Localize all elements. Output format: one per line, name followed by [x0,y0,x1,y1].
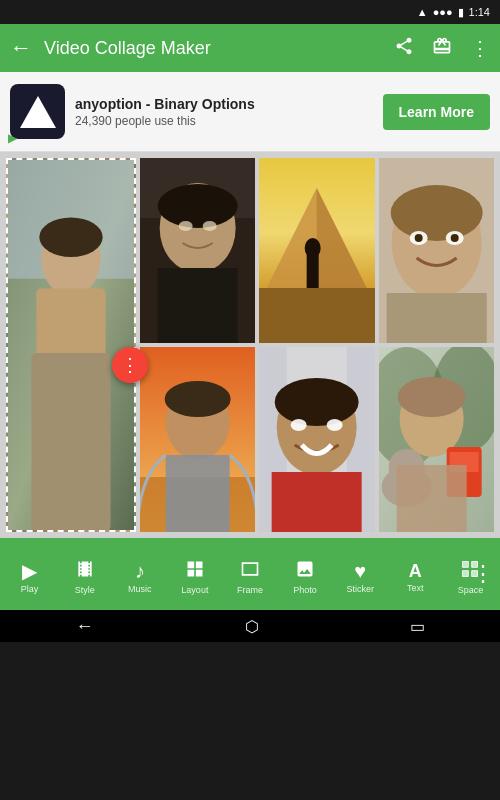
photo-button[interactable]: Photo [278,559,333,595]
sticker-icon: ♥ [354,561,366,581]
gift-icon[interactable] [432,36,452,61]
bottom-overflow-icon[interactable]: ⋮ [472,561,494,587]
svg-point-25 [414,234,422,242]
svg-rect-16 [259,288,374,343]
svg-point-39 [327,419,343,431]
top-toolbar: ← Video Collage Maker ⋮ [0,24,500,72]
status-icons: ▲ ●●● ▮ 1:14 [417,6,490,19]
nav-recent-icon[interactable]: ▭ [410,617,425,636]
ad-title: anyoption - Binary Options [75,96,373,112]
time-display: 1:14 [469,6,490,18]
play-button[interactable]: ▶ Play [2,561,57,594]
svg-point-22 [390,185,482,241]
photo-icon [295,559,315,582]
ad-subtitle: 24,390 people use this [75,114,373,128]
status-bar: ▲ ●●● ▮ 1:14 [0,0,500,24]
svg-point-26 [450,234,458,242]
text-icon: A [409,562,422,580]
svg-rect-50 [396,465,466,532]
text-button[interactable]: A Text [388,562,443,593]
collage-cell-1[interactable] [6,158,136,532]
svg-rect-40 [272,472,362,532]
svg-rect-5 [31,353,110,530]
wifi-icon: ▲ [417,6,428,18]
svg-point-31 [165,381,231,417]
bottom-icons-row: ▶ Play Style ♪ Music Layout [2,538,498,610]
battery-icon: ▮ [458,6,464,19]
music-label: Music [128,584,152,594]
ad-logo-triangle [20,96,56,128]
collage-grid [6,158,494,532]
svg-point-10 [179,221,193,231]
nav-back-icon[interactable]: ← [76,616,94,637]
ad-banner: anyoption - Binary Options 24,390 people… [0,72,500,152]
collage-cell-2[interactable] [140,158,255,343]
share-icon[interactable] [394,36,414,61]
sticker-button[interactable]: ♥ Sticker [333,561,388,594]
svg-point-4 [39,217,102,257]
svg-point-37 [275,378,359,426]
toolbar-actions: ⋮ [394,36,490,61]
style-icon [75,559,95,582]
floating-menu-icon: ⋮ [121,356,139,374]
system-nav-bar: ← ⬡ ▭ [0,610,500,642]
svg-rect-12 [158,268,238,343]
play-label: Play [21,584,39,594]
style-label: Style [75,585,95,595]
svg-point-18 [305,238,321,258]
music-button[interactable]: ♪ Music [112,561,167,594]
page-title: Video Collage Maker [44,38,382,59]
layout-button[interactable]: Layout [167,559,222,595]
svg-point-38 [291,419,307,431]
play-icon: ▶ [22,561,37,581]
back-button[interactable]: ← [10,35,32,61]
ad-play-icon: ▶ [8,131,17,145]
svg-point-11 [203,221,217,231]
ad-logo [10,84,65,139]
sticker-label: Sticker [346,584,374,594]
floating-menu-button[interactable]: ⋮ [112,347,148,383]
svg-rect-17 [307,253,319,288]
collage-area: ⋮ [0,152,500,538]
collage-cell-7[interactable] [379,347,494,532]
text-label: Text [407,583,424,593]
overflow-menu-icon[interactable]: ⋮ [470,36,490,60]
photo-label: Photo [293,585,317,595]
signal-icon: ●●● [433,6,453,18]
svg-rect-32 [166,455,230,532]
nav-home-icon[interactable]: ⬡ [245,617,259,636]
frame-button[interactable]: Frame [222,559,277,595]
music-icon: ♪ [135,561,145,581]
collage-cell-6[interactable] [259,347,374,532]
bottom-toolbar: ▶ Play Style ♪ Music Layout [0,538,500,610]
frame-icon [240,559,260,582]
style-button[interactable]: Style [57,559,112,595]
ad-cta-button[interactable]: Learn More [383,94,490,130]
layout-icon [185,559,205,582]
collage-cell-4[interactable] [379,158,494,343]
layout-label: Layout [181,585,208,595]
frame-label: Frame [237,585,263,595]
svg-point-45 [397,377,465,417]
collage-cell-3[interactable] [259,158,374,343]
svg-rect-27 [386,293,486,343]
svg-point-9 [158,184,238,228]
collage-cell-5[interactable] [140,347,255,532]
ad-text: anyoption - Binary Options 24,390 people… [65,96,383,128]
